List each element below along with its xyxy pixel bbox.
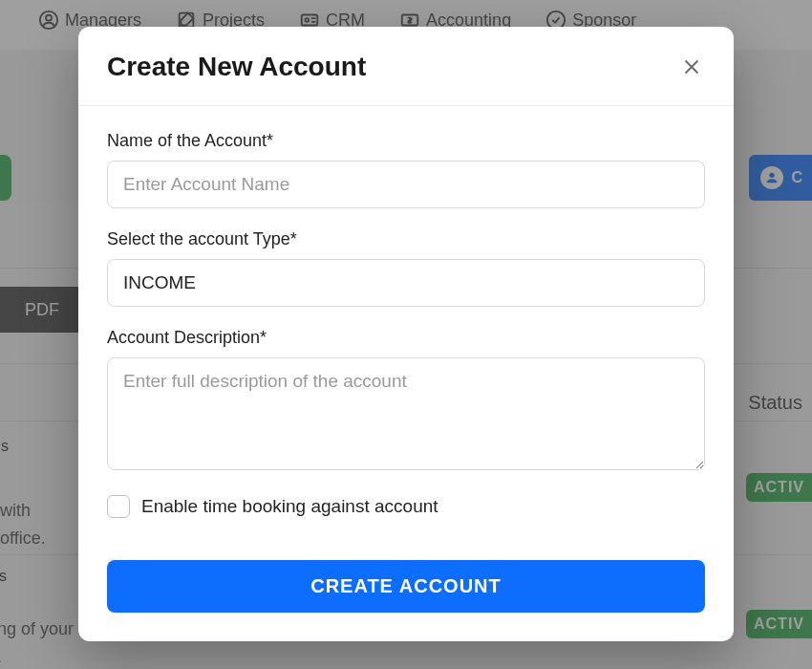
account-type-label: Select the account Type* [107,229,705,249]
field-account-name: Name of the Account* [107,131,705,208]
account-description-label: Account Description* [107,328,705,348]
field-account-type: Select the account Type* [107,229,705,307]
time-booking-checkbox-row[interactable]: Enable time booking against account [107,495,705,518]
account-description-textarea[interactable] [107,357,705,470]
modal-body: Name of the Account* Select the account … [78,106,734,641]
modal-title: Create New Account [107,52,366,82]
modal-header: Create New Account [78,27,734,106]
create-account-button-label: CREATE ACCOUNT [310,575,502,596]
close-button[interactable] [678,54,705,80]
account-name-input[interactable] [107,161,705,208]
create-account-button[interactable]: CREATE ACCOUNT [107,560,705,613]
field-account-description: Account Description* [107,328,705,474]
close-icon [681,56,702,77]
create-account-modal: Create New Account Name of the Account* … [78,27,734,641]
account-type-select[interactable] [107,259,705,307]
account-name-label: Name of the Account* [107,131,705,151]
checkbox-icon[interactable] [107,495,130,518]
checkbox-label: Enable time booking against account [141,496,438,517]
